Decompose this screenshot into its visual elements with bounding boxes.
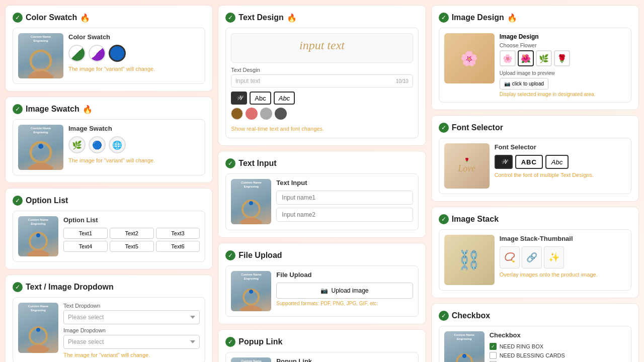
option-text1[interactable]: Text1	[63, 228, 108, 239]
image-stack-label: Image Stack-Thumbnail	[500, 235, 626, 242]
font-btn-2[interactable]: Abc	[274, 92, 295, 105]
flower-swatch-1[interactable]: 🌺	[518, 50, 534, 66]
option-text3[interactable]: Text3	[156, 228, 200, 239]
img-swatch-0[interactable]: 🌿	[68, 136, 86, 153]
option-ring-svg	[18, 229, 58, 256]
supported-formats: Supported formats: PDF, PNG, JPG, GIF, e…	[276, 301, 413, 306]
popup-link-label: Popup Link	[276, 357, 413, 362]
stack-item-2[interactable]: ✨	[544, 246, 564, 268]
text-design-field-value: input text	[235, 77, 260, 84]
image-dropdown-select[interactable]: Please select	[63, 335, 200, 349]
text-input-row-1	[276, 191, 413, 205]
image-swatch-content: Image Swatch 🌿 🔵 🌐 The image for "varian…	[68, 125, 200, 163]
color-swatch-item-2[interactable]	[109, 45, 126, 62]
img-swatch-2[interactable]: 🌐	[109, 136, 126, 153]
dropdown-thumb: Custom NameEngraving	[18, 303, 58, 353]
color-dot-0[interactable]	[231, 108, 243, 120]
svg-point-0	[31, 51, 51, 71]
image-design-display-text: Display selected image in designated are…	[500, 92, 626, 97]
stack-item-1[interactable]: 🔗	[522, 246, 542, 268]
upload-image-button[interactable]: 📷 Upload image	[276, 283, 413, 299]
color-swatch-content: Color Swatch The image for "variant" wil…	[68, 33, 200, 72]
color-swatch-item-1[interactable]	[89, 45, 106, 62]
image-design-section: ✓ Image Design 🔥 🌸 Image Design Choose F…	[431, 5, 639, 110]
text-input-title: Text Input	[238, 159, 276, 168]
checkbox-item-0[interactable]: ✓ NEED RING BOX	[490, 343, 626, 350]
text-input-section: ✓ Text Input Custom NameEngraving Text I…	[218, 151, 426, 238]
text-image-dropdown-section: ✓ Text / Image Dropdown Custom NameEngra…	[5, 275, 213, 362]
image-design-check: ✓	[439, 13, 449, 23]
realtime-text: Show real-time text and font changes.	[231, 126, 324, 132]
image-swatch-section: ✓ Image Swatch 🔥 Custom NameEngraving Im…	[5, 97, 213, 183]
image-swatch-label: Image Swatch	[68, 125, 200, 132]
image-design-title: Image Design	[452, 13, 504, 22]
upload-preview-label: Upload image to preview	[500, 70, 626, 76]
img-swatch-1[interactable]: 🔵	[89, 136, 106, 153]
option-list-section: ✓ Option List Custom NameEngraving Optio…	[5, 188, 213, 269]
text-input-field-1[interactable]	[276, 191, 413, 205]
svg-point-14	[462, 354, 466, 358]
image-design-right: Image Design Choose Flower 🌸 🌺 🌿 🌹 Uploa…	[500, 33, 626, 97]
checkbox-text-1: NEED BLESSING CARDS	[500, 352, 565, 358]
text-design-realtime: Show real-time text and font changes.	[231, 124, 413, 133]
text-design-title: Text Design	[238, 13, 284, 22]
color-dot-1[interactable]	[246, 108, 258, 120]
dropdown-change-text: The image for "variant" will change.	[63, 352, 200, 358]
color-swatch-item-0[interactable]	[68, 45, 86, 62]
preview-text: input text	[299, 39, 345, 52]
image-design-thumb: 🌸	[444, 33, 495, 83]
font-btn-0[interactable]: 𝒲	[231, 92, 247, 105]
font-sel-btn-2[interactable]: Abc	[545, 155, 569, 169]
image-design-card: 🌸 Image Design Choose Flower 🌸 🌺 🌿 🌹 Upl…	[439, 28, 631, 103]
flower-swatch-2[interactable]: 🌿	[536, 50, 552, 66]
color-swatch-thumb: Custom NameEngraving	[18, 33, 63, 78]
overlay-text: Overlay images onto the product image.	[500, 272, 626, 278]
text-design-header: ✓ Text Design 🔥	[225, 13, 418, 23]
flower-swatch-3[interactable]: 🌹	[554, 50, 570, 66]
upload-click-button[interactable]: 📷 click to upload	[500, 78, 548, 89]
flower-swatches: 🌸 🌺 🌿 🌹	[500, 50, 626, 66]
image-stack-section: ✓ Image Stack ⛓️ Image Stack-Thumbnail 📿…	[431, 207, 639, 298]
checkbox-title: Checkbox	[452, 311, 490, 320]
popup-link-check: ✓	[225, 337, 235, 347]
option-list-check: ✓	[13, 196, 23, 206]
text-design-section: ✓ Text Design 🔥 input text Text Desgin i…	[218, 5, 426, 146]
image-swatch-thumb: Custom NameEngraving	[18, 125, 63, 170]
image-design-choose-label: Choose Flower	[500, 42, 626, 48]
image-design-fire: 🔥	[507, 13, 517, 23]
checkbox-item-1[interactable]: NEED BLESSING CARDS	[490, 352, 626, 359]
text-input-content: Text Input	[276, 179, 413, 225]
image-ring-svg	[18, 137, 63, 170]
color-dot-2[interactable]	[260, 108, 272, 120]
option-text2[interactable]: Text2	[110, 228, 154, 239]
option-text4[interactable]: Text4	[63, 241, 108, 252]
file-upload-header: ✓ File Upload	[225, 250, 418, 260]
option-list-content: Option List Text1 Text2 Text3 Text4 Text…	[63, 216, 200, 256]
image-swatch-header: ✓ Image Swatch 🔥	[13, 104, 205, 114]
font-sel-btn-1[interactable]: ABC	[515, 155, 543, 169]
text-input-row-2	[276, 208, 413, 222]
color-swatch-list	[68, 45, 200, 62]
checkbox-box-1[interactable]	[490, 352, 497, 359]
font-selector-buttons: 𝒲 ABC Abc	[495, 155, 626, 169]
text-dropdown-label: Text Dropdown	[63, 303, 200, 309]
color-dot-3[interactable]	[275, 108, 287, 120]
flower-swatch-0[interactable]: 🌸	[500, 50, 516, 66]
font-sel-btn-0[interactable]: 𝒲	[495, 155, 513, 169]
stack-items: 📿 🔗 ✨	[500, 246, 626, 268]
option-text6[interactable]: Text6	[156, 241, 200, 252]
dropdown-content: Text Dropdown Please select Image Dropdo…	[63, 303, 200, 358]
font-btn-1[interactable]: Abc	[250, 92, 271, 105]
file-upload-ring-svg	[231, 285, 271, 311]
option-list-thumb: Custom NameEngraving	[18, 216, 58, 256]
option-text5[interactable]: Text5	[110, 241, 154, 252]
checkbox-text-0: NEED RING BOX	[500, 343, 543, 349]
color-swatch-card: Custom NameEngraving Color Swatch The im	[13, 28, 205, 84]
text-input-field-2[interactable]	[276, 208, 413, 222]
text-image-dropdown-check: ✓	[13, 282, 23, 292]
checkbox-box-0[interactable]: ✓	[490, 343, 497, 350]
stack-item-0[interactable]: 📿	[500, 246, 520, 268]
checkbox-section: ✓ Checkbox Custom NameEngraving Checkbox…	[431, 303, 639, 362]
file-upload-thumb: Custom NameEngraving	[231, 271, 271, 311]
text-dropdown-select[interactable]: Please select	[63, 310, 200, 324]
